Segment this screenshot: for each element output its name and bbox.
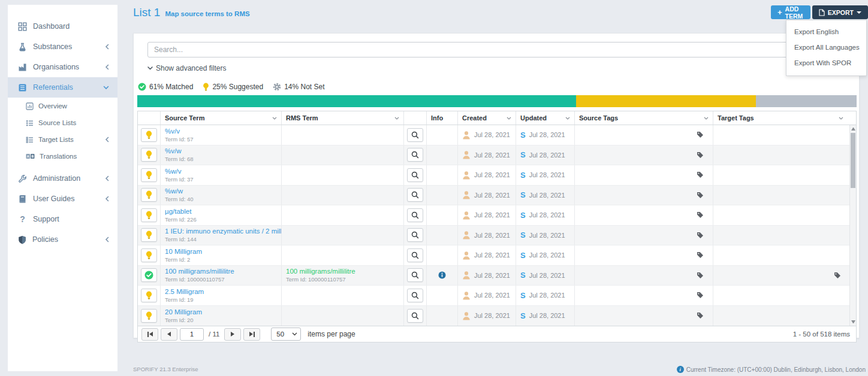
- suggested-lightbulb-icon: [146, 171, 152, 180]
- chevron-down-icon[interactable]: [507, 117, 511, 120]
- preview-cell: [404, 286, 427, 305]
- chevron-left-icon: [105, 44, 109, 50]
- table-scrollbar[interactable]: [849, 125, 856, 326]
- source-term-link[interactable]: µg/tablet: [165, 208, 191, 216]
- page-number-input[interactable]: [180, 328, 204, 341]
- sidebar-item-target-lists[interactable]: Target Lists: [8, 131, 117, 148]
- col-target-tags[interactable]: Target Tags: [713, 111, 856, 125]
- source-term-link[interactable]: 10 Milligram: [165, 248, 202, 256]
- status-button[interactable]: [141, 128, 157, 142]
- search-preview-button[interactable]: [407, 208, 423, 222]
- source-term-link[interactable]: %w/v: [165, 168, 181, 175]
- target-tags-cell: [713, 125, 856, 145]
- info-icon[interactable]: [438, 271, 446, 279]
- search-preview-button[interactable]: [407, 248, 423, 262]
- next-page-button[interactable]: [224, 328, 241, 341]
- col-source-tags[interactable]: Source Tags: [575, 111, 713, 125]
- status-button[interactable]: [141, 188, 157, 202]
- col-source-term[interactable]: Source Term: [161, 111, 282, 125]
- source-term-link[interactable]: 1 IEU: immuno enzymatic units / 2 millil…: [165, 228, 282, 235]
- dashboard-icon: [18, 22, 27, 31]
- chevron-down-icon: [103, 86, 109, 90]
- sidebar-item-policies[interactable]: Policies: [8, 229, 117, 250]
- sidebar-item-overview[interactable]: Overview: [8, 98, 117, 114]
- chevron-down-icon[interactable]: [839, 117, 843, 120]
- source-term-link[interactable]: %w/w: [165, 187, 183, 195]
- user-avatar-icon: [462, 211, 471, 220]
- source-term-id: Term Id: 100000110757: [165, 276, 225, 283]
- status-button[interactable]: [141, 309, 157, 323]
- sidebar-item-source-lists[interactable]: Source Lists: [8, 114, 117, 131]
- pagination-bar: / 11 50 items per page 1 - 50 of 518 ite…: [138, 326, 856, 342]
- chevron-down-icon[interactable]: [704, 117, 709, 120]
- status-button[interactable]: [141, 168, 157, 182]
- status-button[interactable]: [141, 208, 157, 222]
- sidebar-item-administration[interactable]: Administration: [8, 168, 117, 189]
- export-english-item[interactable]: Export English: [786, 24, 866, 40]
- source-term-link[interactable]: 100 milligrams/millilitre: [165, 268, 234, 275]
- created-cell: Jul 28, 2021: [458, 306, 516, 326]
- last-page-button[interactable]: [243, 328, 260, 341]
- search-preview-button[interactable]: [407, 228, 423, 242]
- export-with-spor-item[interactable]: Export With SPOR: [786, 55, 866, 71]
- page-size-select[interactable]: 50: [271, 328, 301, 341]
- previous-page-button[interactable]: [161, 328, 177, 341]
- chevron-down-icon[interactable]: [272, 117, 277, 120]
- scroll-up-icon[interactable]: [851, 128, 855, 131]
- rms-term-cell: [282, 306, 404, 326]
- status-button[interactable]: [141, 248, 157, 262]
- source-term-link[interactable]: %v/w: [165, 147, 181, 155]
- matched-check-icon: [144, 271, 153, 280]
- source-term-link[interactable]: 20 Milligram: [165, 308, 202, 316]
- sidebar-item-referentials[interactable]: Referentials: [8, 77, 117, 98]
- source-term-link[interactable]: 2.5 Milligram: [165, 288, 204, 296]
- sidebar-item-label: Translations: [40, 153, 77, 160]
- status-cell: [138, 125, 161, 145]
- created-cell: Jul 28, 2021: [458, 125, 516, 145]
- user-avatar-icon: [462, 291, 471, 300]
- search-preview-button[interactable]: [407, 148, 423, 162]
- magnifier-icon: [411, 251, 419, 259]
- source-term-id: Term Id: 68: [165, 156, 194, 162]
- status-button[interactable]: [141, 148, 157, 162]
- sidebar-item-user-guides[interactable]: User Guides: [8, 189, 117, 209]
- shield-icon: [18, 235, 26, 244]
- status-button[interactable]: [141, 228, 157, 242]
- sidebar-item-label: Target Lists: [38, 136, 74, 143]
- search-preview-button[interactable]: [407, 188, 423, 202]
- scroll-down-icon[interactable]: [851, 320, 855, 323]
- col-created[interactable]: Created: [458, 111, 516, 125]
- search-preview-button[interactable]: [407, 289, 423, 302]
- status-button[interactable]: [141, 268, 157, 282]
- export-all-languages-item[interactable]: Export All Languages: [786, 40, 866, 55]
- source-term-link[interactable]: %v/v: [165, 128, 180, 135]
- info-cell: [427, 205, 458, 225]
- source-tags-cell: [575, 165, 713, 185]
- search-preview-button[interactable]: [407, 268, 423, 282]
- search-preview-button[interactable]: [407, 128, 423, 142]
- show-advanced-filters-toggle[interactable]: Show advanced filters: [147, 64, 845, 72]
- export-dropdown-menu: Export English Export All Languages Expo…: [786, 20, 867, 76]
- chevron-down-icon[interactable]: [394, 117, 399, 120]
- chevron-down-icon[interactable]: [565, 117, 570, 120]
- source-term-cell: 20 Milligram Term Id: 20: [161, 306, 282, 326]
- search-preview-button[interactable]: [407, 168, 423, 182]
- created-date: Jul 28, 2021: [474, 292, 510, 299]
- status-button[interactable]: [141, 289, 157, 302]
- sidebar-item-label: Organisations: [33, 63, 79, 71]
- sidebar-item-support[interactable]: ? Support: [8, 209, 117, 229]
- sidebar-item-translations[interactable]: Translations: [8, 148, 117, 165]
- sidebar-item-organisations[interactable]: Organisations: [8, 57, 117, 77]
- col-updated[interactable]: Updated: [516, 111, 575, 125]
- sporify-logo-icon: S: [520, 191, 526, 199]
- sidebar-item-dashboard[interactable]: Dashboard: [8, 16, 117, 37]
- scrollbar-thumb[interactable]: [851, 133, 855, 188]
- search-input[interactable]: [147, 42, 845, 57]
- col-rms-term[interactable]: RMS Term: [282, 111, 404, 125]
- export-button[interactable]: EXPORT: [812, 5, 868, 19]
- first-page-button[interactable]: [141, 328, 158, 341]
- add-term-button[interactable]: + ADD TERM: [771, 5, 810, 19]
- rms-term-text[interactable]: 100 milligrams/millilitre: [286, 268, 355, 275]
- search-preview-button[interactable]: [407, 309, 423, 323]
- sidebar-item-substances[interactable]: Substances: [8, 37, 117, 57]
